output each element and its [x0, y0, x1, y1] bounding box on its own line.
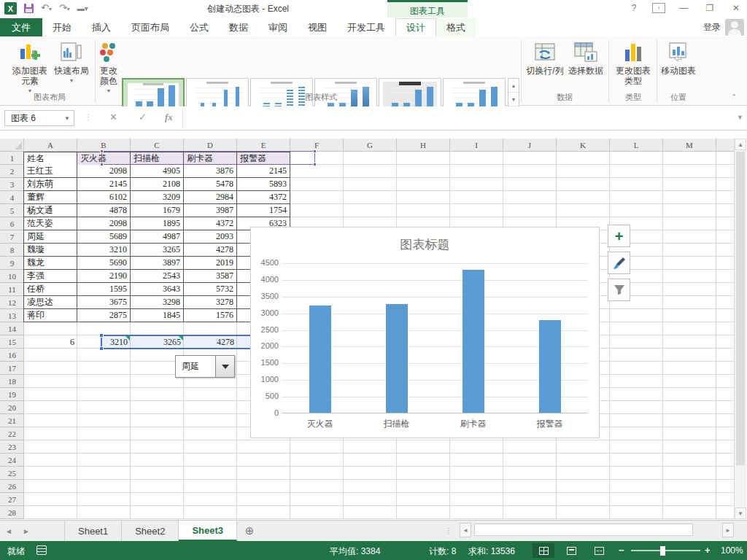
zoom-out-button[interactable]: −	[619, 545, 624, 556]
row-header-25[interactable]: 25	[0, 467, 24, 480]
select-all-corner[interactable]	[0, 139, 24, 152]
cell[interactable]: 灭火器	[77, 152, 131, 166]
switch-row-col-button[interactable]: 切换行/列	[524, 41, 566, 76]
chart-title[interactable]: 图表标题	[251, 236, 599, 253]
cell[interactable]: 5732	[184, 283, 237, 296]
name-box-caret-icon[interactable]: ▼	[64, 115, 70, 122]
column-header-D[interactable]: D	[184, 139, 237, 152]
minimize-icon[interactable]: —	[676, 1, 692, 15]
row-header-6[interactable]: 6	[0, 217, 24, 230]
cell[interactable]: 2145	[77, 178, 131, 191]
cell[interactable]: 4278	[184, 335, 237, 349]
sheet-nav-left-icon[interactable]: ◄	[0, 521, 18, 541]
cell[interactable]: 1895	[131, 217, 184, 230]
cell[interactable]: 3210	[77, 244, 131, 257]
row-header-17[interactable]: 17	[0, 362, 24, 375]
column-header-C[interactable]: C	[131, 139, 184, 152]
vertical-scrollbar[interactable]: ▲ ▼	[734, 139, 746, 519]
tab-公式[interactable]: 公式	[179, 18, 219, 36]
cell[interactable]: 3298	[131, 296, 184, 309]
cell[interactable]: 王红玉	[23, 165, 77, 178]
combo-dropdown-button[interactable]	[215, 356, 234, 377]
cell[interactable]: 蒋印	[23, 309, 77, 322]
horizontal-scroll-thumb[interactable]	[474, 524, 693, 536]
cell[interactable]: 2108	[131, 178, 184, 191]
cell[interactable]: 4372	[237, 191, 290, 204]
cell[interactable]: 5689	[77, 230, 131, 244]
formula-input[interactable]	[182, 109, 731, 128]
horizontal-scrollbar[interactable]: ◄ ►	[460, 523, 734, 537]
quick-layout-button[interactable]: 快速布局▾	[53, 41, 90, 86]
chart-bar[interactable]	[462, 270, 484, 413]
cell[interactable]: 4905	[131, 165, 184, 178]
chart-object[interactable]: 图表标题 05001000150020002500300035004000450…	[250, 227, 600, 438]
chart-elements-button[interactable]: +	[608, 225, 630, 247]
cell[interactable]: 2145	[237, 165, 290, 178]
row-header-2[interactable]: 2	[0, 165, 24, 178]
page-layout-view-button[interactable]	[560, 543, 582, 558]
cell[interactable]: 姓名	[23, 152, 77, 166]
row-header-23[interactable]: 23	[0, 440, 24, 454]
restore-icon[interactable]: ❐	[702, 1, 718, 15]
column-header-E[interactable]: E	[237, 139, 290, 152]
row-header-9[interactable]: 9	[0, 257, 24, 270]
cell[interactable]: 3210	[77, 335, 131, 349]
sheet-tab-Sheet1[interactable]: Sheet1	[64, 521, 122, 541]
cell[interactable]: 周延	[23, 230, 77, 244]
change-colors-button[interactable]: 更改颜色▾	[97, 41, 120, 96]
tab-视图[interactable]: 视图	[298, 18, 337, 36]
chart-styles-button[interactable]	[608, 252, 630, 274]
row-header-16[interactable]: 16	[0, 349, 24, 362]
row-header-1[interactable]: 1	[0, 152, 24, 165]
row-header-14[interactable]: 14	[0, 322, 24, 335]
zoom-slider-thumb[interactable]	[660, 546, 665, 556]
row-header-11[interactable]: 11	[0, 283, 24, 296]
cell[interactable]: 3265	[131, 244, 184, 257]
row-header-19[interactable]: 19	[0, 388, 24, 401]
cell[interactable]: 4878	[77, 204, 131, 217]
cell[interactable]: 3265	[131, 335, 184, 349]
scroll-left-icon[interactable]: ◄	[460, 523, 471, 537]
name-box[interactable]: 图表 6 ▼	[4, 110, 74, 126]
tab-开发工具[interactable]: 开发工具	[337, 18, 395, 36]
row-header-13[interactable]: 13	[0, 309, 24, 322]
cell[interactable]: 刘东萌	[23, 178, 77, 191]
vertical-scroll-thumb[interactable]	[736, 152, 745, 465]
sheet-nav-right-icon[interactable]: ►	[18, 521, 35, 541]
column-header-B[interactable]: B	[77, 139, 131, 152]
sign-in-link[interactable]: 登录	[703, 21, 721, 34]
row-header-28[interactable]: 28	[0, 506, 24, 519]
cell[interactable]: 5690	[77, 257, 131, 270]
cell[interactable]: 1679	[131, 204, 184, 217]
cell[interactable]: 3209	[131, 191, 184, 204]
row-header-22[interactable]: 22	[0, 427, 24, 440]
cell[interactable]: 范天姿	[23, 217, 77, 230]
row-header-8[interactable]: 8	[0, 244, 24, 257]
cell[interactable]: 2190	[77, 270, 131, 283]
save-icon[interactable]	[24, 4, 34, 13]
cell[interactable]: 魏璇	[23, 244, 77, 257]
new-sheet-button[interactable]: ⊕	[237, 521, 262, 541]
tab-file[interactable]: 文件	[0, 18, 42, 36]
tab-审阅[interactable]: 审阅	[258, 18, 298, 36]
gallery-scroll-up-icon[interactable]: ▲	[508, 79, 519, 93]
row-header-27[interactable]: 27	[0, 493, 24, 506]
cell[interactable]: 1845	[131, 309, 184, 322]
row-header-4[interactable]: 4	[0, 191, 24, 204]
cell[interactable]: 杨文通	[23, 204, 77, 217]
cell[interactable]: 3675	[77, 296, 131, 309]
column-header-K[interactable]: K	[557, 139, 610, 152]
page-break-view-button[interactable]	[588, 543, 610, 558]
avatar[interactable]	[725, 19, 744, 36]
cell[interactable]: 报警器	[237, 152, 290, 166]
cell[interactable]: 2875	[77, 309, 131, 322]
row-header-15[interactable]: 15	[0, 335, 24, 349]
cell[interactable]: 2098	[77, 217, 131, 230]
chart-filters-button[interactable]	[608, 279, 630, 301]
cancel-formula-icon[interactable]: ✕	[109, 112, 117, 122]
column-header-I[interactable]: I	[450, 139, 503, 152]
cell[interactable]: 3587	[184, 270, 237, 283]
collapse-ribbon-icon[interactable]: ⌃	[731, 93, 737, 101]
tab-数据[interactable]: 数据	[219, 18, 258, 36]
cell[interactable]: 2098	[77, 165, 131, 178]
